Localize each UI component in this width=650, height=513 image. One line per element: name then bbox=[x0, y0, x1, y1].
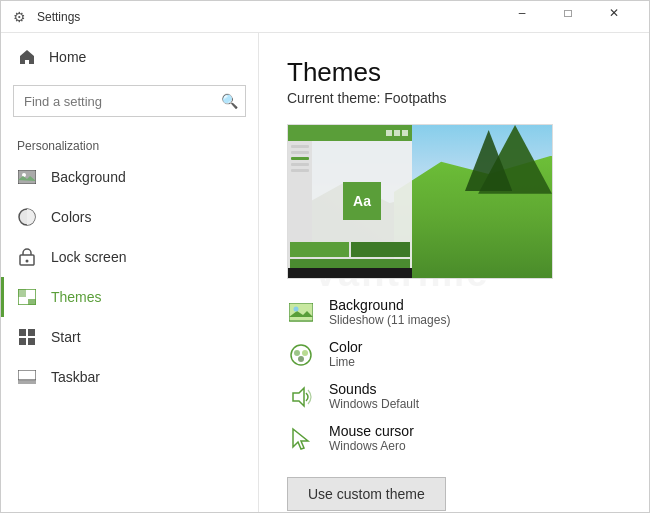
info-text-background: Background Slideshow (11 images) bbox=[329, 297, 450, 327]
info-item-sounds: Sounds Windows Default bbox=[287, 381, 621, 411]
info-item-mouse-cursor: Mouse cursor Windows Aero bbox=[287, 423, 621, 453]
sidebar-item-label-colors: Colors bbox=[51, 209, 91, 225]
minimize-button[interactable]: – bbox=[499, 0, 545, 29]
sounds-info-icon bbox=[287, 383, 315, 411]
theme-preview: Aa bbox=[287, 124, 553, 279]
mini-line2 bbox=[291, 151, 309, 154]
inner-win-btn2 bbox=[394, 130, 400, 136]
settings-gear-icon: ⚙ bbox=[13, 9, 29, 25]
svg-point-21 bbox=[298, 356, 304, 362]
taskbar-icon bbox=[17, 367, 37, 387]
mini-line3 bbox=[291, 157, 309, 160]
search-input[interactable] bbox=[14, 94, 213, 109]
window-controls: – □ ✕ bbox=[499, 5, 637, 29]
tile1 bbox=[290, 242, 349, 257]
titlebar-left: ⚙ Settings bbox=[13, 9, 80, 25]
lock-screen-icon bbox=[17, 247, 37, 267]
inner-win-btn bbox=[386, 130, 392, 136]
svg-rect-10 bbox=[28, 329, 35, 336]
svg-point-17 bbox=[294, 307, 299, 312]
svg-rect-16 bbox=[290, 304, 312, 320]
settings-window: ⚙ Settings – □ ✕ Home 🔍 bbox=[0, 0, 650, 513]
mini-line bbox=[291, 145, 309, 148]
aa-box: Aa bbox=[343, 182, 381, 220]
svg-rect-7 bbox=[18, 289, 26, 297]
svg-point-5 bbox=[26, 260, 29, 263]
sidebar-item-colors[interactable]: Colors bbox=[1, 197, 258, 237]
svg-rect-9 bbox=[19, 329, 26, 336]
sounds-info-value: Windows Default bbox=[329, 397, 419, 411]
sidebar: Home 🔍 Personalization B bbox=[1, 33, 259, 512]
mouse-cursor-info-value: Windows Aero bbox=[329, 439, 414, 453]
svg-rect-11 bbox=[19, 338, 26, 345]
content-area: Vantrime Themes Current theme: Footpaths bbox=[259, 33, 649, 512]
sidebar-item-start[interactable]: Start bbox=[1, 317, 258, 357]
current-theme-label: Current theme: Footpaths bbox=[287, 90, 621, 106]
info-item-background: Background Slideshow (11 images) bbox=[287, 297, 621, 327]
svg-rect-12 bbox=[28, 338, 35, 345]
sidebar-item-lock-screen[interactable]: Lock screen bbox=[1, 237, 258, 277]
background-icon bbox=[17, 167, 37, 187]
svg-rect-13 bbox=[18, 370, 36, 380]
info-text-mouse-cursor: Mouse cursor Windows Aero bbox=[329, 423, 414, 453]
use-custom-theme-button[interactable]: Use custom theme bbox=[287, 477, 446, 511]
info-item-color: Color Lime bbox=[287, 339, 621, 369]
color-info-icon bbox=[287, 341, 315, 369]
sidebar-item-themes[interactable]: Themes bbox=[1, 277, 258, 317]
sidebar-item-home[interactable]: Home bbox=[1, 37, 258, 77]
tile2 bbox=[351, 242, 410, 257]
close-button[interactable]: ✕ bbox=[591, 0, 637, 29]
background-info-label: Background bbox=[329, 297, 450, 313]
sidebar-item-label-themes: Themes bbox=[51, 289, 102, 305]
titlebar: ⚙ Settings – □ ✕ bbox=[1, 1, 649, 33]
mouse-cursor-info-label: Mouse cursor bbox=[329, 423, 414, 439]
sidebar-item-label-taskbar: Taskbar bbox=[51, 369, 100, 385]
home-label: Home bbox=[49, 49, 86, 65]
svg-point-19 bbox=[294, 350, 300, 356]
svg-rect-1 bbox=[19, 171, 35, 183]
window-title: Settings bbox=[37, 10, 80, 24]
info-text-sounds: Sounds Windows Default bbox=[329, 381, 419, 411]
inner-win-btn3 bbox=[402, 130, 408, 136]
search-box[interactable]: 🔍 bbox=[13, 85, 246, 117]
svg-marker-22 bbox=[293, 388, 304, 406]
themes-icon bbox=[17, 287, 37, 307]
mini-line4 bbox=[291, 163, 309, 166]
svg-marker-23 bbox=[293, 429, 308, 449]
background-info-icon bbox=[287, 299, 315, 327]
ui-overlay: Aa bbox=[288, 125, 412, 278]
sidebar-item-label-lock-screen: Lock screen bbox=[51, 249, 126, 265]
svg-point-20 bbox=[302, 350, 308, 356]
mouse-cursor-info-icon bbox=[287, 425, 315, 453]
home-icon bbox=[17, 47, 37, 67]
color-info-label: Color bbox=[329, 339, 362, 355]
sidebar-item-taskbar[interactable]: Taskbar bbox=[1, 357, 258, 397]
inner-taskbar bbox=[288, 268, 412, 278]
sidebar-item-label-background: Background bbox=[51, 169, 126, 185]
color-info-value: Lime bbox=[329, 355, 362, 369]
maximize-button[interactable]: □ bbox=[545, 0, 591, 29]
colors-icon bbox=[17, 207, 37, 227]
mini-line5 bbox=[291, 169, 309, 172]
inner-titlebar bbox=[288, 125, 412, 141]
svg-rect-8 bbox=[28, 299, 36, 305]
info-text-color: Color Lime bbox=[329, 339, 362, 369]
svg-rect-14 bbox=[18, 381, 36, 384]
start-icon bbox=[17, 327, 37, 347]
sidebar-item-label-start: Start bbox=[51, 329, 81, 345]
sounds-info-label: Sounds bbox=[329, 381, 419, 397]
search-icon: 🔍 bbox=[213, 85, 245, 117]
info-list: Background Slideshow (11 images) bbox=[287, 297, 621, 453]
sidebar-section-label: Personalization bbox=[1, 125, 258, 157]
background-info-value: Slideshow (11 images) bbox=[329, 313, 450, 327]
sidebar-item-background[interactable]: Background bbox=[1, 157, 258, 197]
main-layout: Home 🔍 Personalization B bbox=[1, 33, 649, 512]
page-title: Themes bbox=[287, 57, 621, 88]
